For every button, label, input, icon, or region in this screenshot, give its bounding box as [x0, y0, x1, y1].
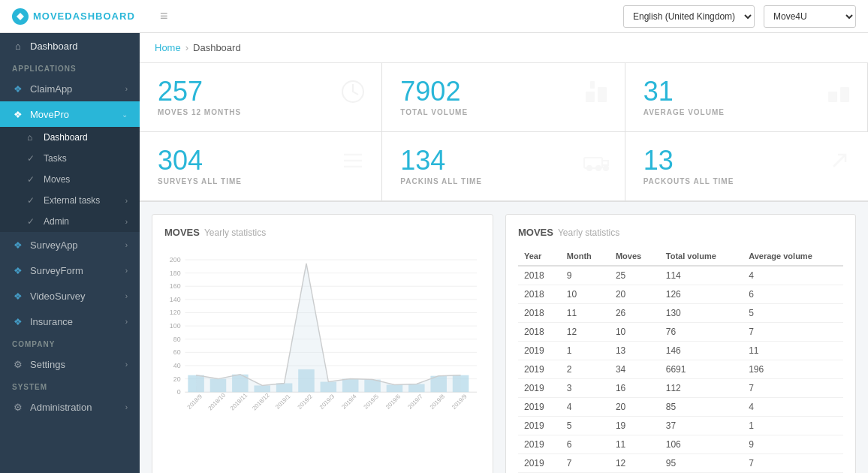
- table-cell: 12: [610, 454, 660, 473]
- svg-text:2018/12: 2018/12: [251, 392, 270, 411]
- sub-admin-chevron: ›: [125, 218, 128, 226]
- table-cell: 11: [561, 304, 610, 323]
- breadcrumb-home[interactable]: Home: [155, 42, 181, 53]
- chart-right-title-text: MOVES: [518, 227, 553, 238]
- sidebar-item-administration[interactable]: ⚙ Administration ›: [0, 394, 140, 420]
- svg-text:2018/11: 2018/11: [229, 392, 249, 411]
- svg-rect-3: [590, 81, 595, 89]
- administration-chevron-icon: ›: [125, 403, 128, 411]
- table-cell: 4: [561, 398, 610, 417]
- svg-text:2019/7: 2019/7: [406, 393, 423, 410]
- sidebar-administration-label: Administration: [30, 402, 92, 413]
- stat-label-packins: PACKINS ALL TIME: [400, 177, 606, 185]
- table-cell: 1: [561, 342, 610, 360]
- sidebar-sub-external-tasks[interactable]: ✓ External tasks ›: [0, 190, 140, 211]
- svg-text:2019/2: 2019/2: [297, 393, 314, 410]
- sidebar-item-surveyapp[interactable]: ❖ SurveyApp ›: [0, 232, 140, 258]
- table-cell: 2019: [518, 454, 561, 473]
- sidebar-sub-moves[interactable]: ✓ Moves: [0, 169, 140, 190]
- line-area: [196, 264, 460, 392]
- svg-text:2019/4: 2019/4: [340, 393, 358, 411]
- table-cell: 2018: [518, 304, 561, 323]
- table-row: 201810201266: [518, 285, 843, 304]
- table-cell: 76: [660, 323, 743, 342]
- table-cell: 114: [660, 266, 743, 285]
- table-cell: 2019: [518, 398, 561, 417]
- svg-point-11: [596, 166, 601, 170]
- svg-text:2019/5: 2019/5: [363, 393, 381, 411]
- svg-text:180: 180: [170, 270, 181, 277]
- surveyform-chevron-icon: ›: [125, 267, 128, 275]
- sub-ext-icon: ✓: [27, 195, 38, 206]
- sidebar-category-company: COMPANY: [0, 334, 140, 351]
- stat-number-surveys: 304: [158, 147, 363, 174]
- moves-table: Year Month Moves Total volume Average vo…: [518, 247, 843, 473]
- sidebar-item-insurance[interactable]: ❖ Insurance ›: [0, 309, 140, 334]
- language-select[interactable]: English (United Kingdom) English (US) Fr…: [623, 5, 755, 28]
- home-icon: ⌂: [12, 40, 24, 52]
- table-row: 2019420854: [518, 398, 843, 417]
- administration-icon: ⚙: [12, 401, 24, 413]
- table-cell: 9: [743, 435, 843, 454]
- menu-icon[interactable]: ≡: [160, 8, 168, 24]
- col-totalvol: Total volume: [660, 247, 743, 266]
- stat-label-surveys: SURVEYS ALL TIME: [158, 177, 363, 185]
- company-select[interactable]: Move4U Other Company: [764, 5, 856, 28]
- sidebar-settings-label: Settings: [30, 359, 65, 370]
- surveyapp-chevron-icon: ›: [125, 241, 128, 249]
- table-cell: 6: [743, 285, 843, 304]
- chart-left-subtitle: Yearly statistics: [204, 227, 266, 238]
- table-cell: 2019: [518, 417, 561, 435]
- sidebar-item-settings[interactable]: ⚙ Settings ›: [0, 351, 140, 377]
- table-cell: 20: [610, 398, 660, 417]
- stat-number-packouts: 13: [643, 147, 850, 174]
- svg-rect-5: [840, 87, 849, 102]
- table-row: 20193161127: [518, 379, 843, 398]
- stat-card-avgvol: 31 AVERAGE VOLUME: [625, 63, 868, 132]
- insurance-icon: ❖: [12, 315, 24, 327]
- svg-text:2019/8: 2019/8: [429, 393, 447, 411]
- table-cell: 2019: [518, 342, 561, 360]
- table-row: 20181210767: [518, 323, 843, 342]
- col-year: Year: [518, 247, 561, 266]
- table-cell: 16: [610, 379, 660, 398]
- sidebar-claimapp-label: ClaimApp: [30, 83, 72, 95]
- sub-ext-label: External tasks: [44, 195, 100, 206]
- sub-tasks-label: Tasks: [44, 153, 67, 164]
- stat-label-packouts: PACKOUTS ALL TIME: [643, 177, 850, 185]
- table-cell: 6: [561, 435, 610, 454]
- svg-text:140: 140: [170, 296, 181, 303]
- sidebar-sub-tasks[interactable]: ✓ Tasks: [0, 148, 140, 169]
- table-row: 2019712957: [518, 454, 843, 473]
- table-cell: 34: [610, 360, 660, 379]
- chart-left-title-text: MOVES: [164, 227, 200, 238]
- breadcrumb-current: Dashboard: [193, 42, 241, 53]
- sidebar-item-dashboard[interactable]: ⌂ Dashboard: [0, 33, 140, 59]
- sidebar-item-videosurvey[interactable]: ❖ VideoSurvey ›: [0, 283, 140, 309]
- table-cell: 130: [660, 304, 743, 323]
- stat-number-totalvol: 7902: [400, 78, 606, 105]
- sidebar-item-claimapp[interactable]: ❖ ClaimApp ›: [0, 76, 140, 101]
- sidebar-insurance-label: Insurance: [30, 316, 73, 327]
- movepro-submenu: ⌂ Dashboard ✓ Tasks ✓ Moves ✓ External t…: [0, 127, 140, 232]
- svg-text:20: 20: [173, 375, 181, 383]
- insurance-chevron-icon: ›: [125, 318, 128, 326]
- sidebar-sub-dashboard[interactable]: ⌂ Dashboard: [0, 127, 140, 148]
- svg-text:2019/6: 2019/6: [384, 393, 402, 411]
- svg-text:2019/1: 2019/1: [274, 393, 291, 410]
- sidebar-item-movepro[interactable]: ❖ MovePro ⌄: [0, 101, 140, 127]
- stat-icon-surveys: [339, 147, 366, 180]
- table-cell: 10: [610, 323, 660, 342]
- sidebar-item-surveyform[interactable]: ❖ SurveyForm ›: [0, 258, 140, 283]
- table-cell: 95: [660, 454, 743, 473]
- stat-icon-packouts: [826, 147, 853, 180]
- line-chart: [196, 264, 460, 386]
- table-cell: 4: [743, 398, 843, 417]
- sidebar-movepro-label: MovePro: [30, 109, 69, 120]
- sidebar-category-system: SYSTEM: [0, 377, 140, 394]
- table-cell: 10: [561, 285, 610, 304]
- sidebar-sub-admin[interactable]: ✓ Admin ›: [0, 211, 140, 232]
- table-cell: 2019: [518, 360, 561, 379]
- table-cell: 146: [660, 342, 743, 360]
- table-cell: 1: [743, 417, 843, 435]
